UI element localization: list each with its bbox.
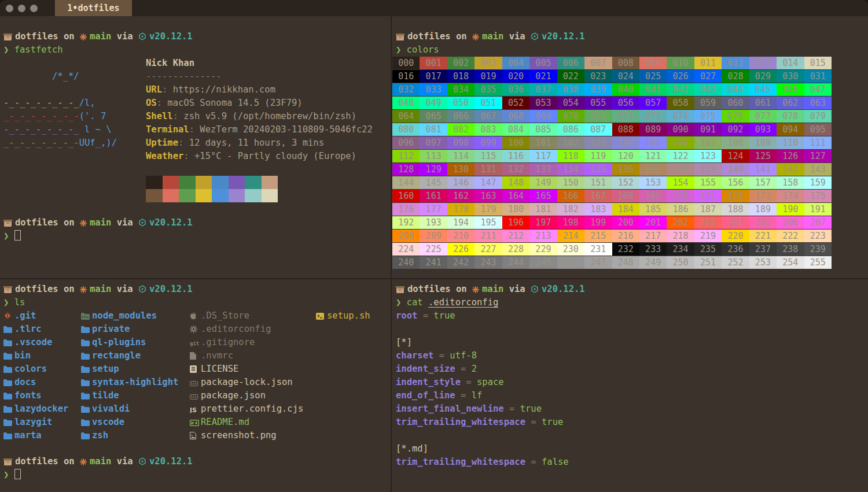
terminal-line: trim_trailing_whitespace = false bbox=[396, 456, 569, 469]
swatch-cell bbox=[212, 189, 229, 202]
color-cell: 172 bbox=[722, 190, 749, 202]
npm-icon bbox=[190, 377, 201, 390]
text-segment: v20.12.1 bbox=[542, 31, 585, 42]
color-cell: 072 bbox=[612, 110, 639, 123]
color-cell: 206 bbox=[777, 216, 804, 229]
text-segment: indent_style bbox=[396, 377, 461, 387]
text-segment: cat bbox=[407, 297, 428, 308]
color-cell: 010 bbox=[667, 57, 694, 69]
color-cell: 117 bbox=[529, 150, 557, 162]
color-cell: 200 bbox=[612, 216, 639, 229]
md-icon bbox=[190, 417, 201, 430]
file-item: .vscode bbox=[3, 336, 52, 349]
file-name: .tlrc bbox=[14, 324, 42, 334]
swatch-cell bbox=[163, 176, 179, 189]
terminal-content: dotfiles on main via v20.12.1❯ fastfetch… bbox=[0, 0, 868, 492]
color-cell: 154 bbox=[667, 176, 694, 189]
color-cell: 166 bbox=[557, 190, 584, 202]
script-icon bbox=[316, 310, 327, 324]
color-cell: 011 bbox=[694, 57, 722, 69]
color-cell: 121 bbox=[639, 150, 667, 162]
color-cell: 247 bbox=[584, 256, 612, 269]
file-item: README.md bbox=[190, 416, 249, 429]
node-icon bbox=[138, 217, 146, 231]
color-cell: 162 bbox=[447, 190, 475, 202]
color-cell: 066 bbox=[447, 110, 475, 123]
color-cell: 180 bbox=[502, 203, 529, 216]
color-cell: 049 bbox=[420, 97, 447, 109]
file-name: README.md bbox=[201, 417, 249, 427]
file-item: rectangle bbox=[81, 349, 141, 362]
color-cell: 056 bbox=[612, 97, 639, 109]
terminal-line: ❯ bbox=[3, 230, 21, 243]
npm-folder-icon bbox=[81, 310, 92, 324]
file-name: private bbox=[92, 324, 130, 334]
color-cell: 115 bbox=[475, 150, 502, 162]
color-cell: 143 bbox=[804, 163, 832, 176]
file-item: lazygit bbox=[3, 416, 52, 429]
color-cell: 137 bbox=[639, 163, 667, 176]
color-cell: 124 bbox=[722, 150, 749, 162]
text-segment: : bbox=[157, 98, 168, 108]
terminal-line: dotfiles on main via v20.12.1 bbox=[396, 283, 585, 296]
swatch-cell bbox=[163, 189, 179, 202]
color-cell: 202 bbox=[667, 216, 694, 229]
terminal-line: dotfiles on main via v20.12.1 bbox=[3, 283, 193, 296]
color-cell: 161 bbox=[420, 190, 447, 202]
color-cell: 235 bbox=[694, 243, 722, 256]
color-cell: 136 bbox=[612, 163, 639, 176]
file-item: setup bbox=[81, 362, 119, 376]
file-item: syntax-highlight bbox=[81, 376, 178, 389]
color-cell: 091 bbox=[694, 123, 722, 136]
color-cell: 213 bbox=[529, 230, 557, 242]
color-cell: 035 bbox=[475, 83, 502, 96]
color-cell: 023 bbox=[584, 70, 612, 83]
node-icon bbox=[531, 284, 539, 297]
color-cell: 026 bbox=[667, 70, 694, 83]
text-segment: on bbox=[58, 217, 80, 228]
color-cell: 145 bbox=[420, 176, 447, 189]
color-cell: 086 bbox=[557, 123, 584, 136]
color-cell: 119 bbox=[584, 150, 612, 162]
text-segment: [*] bbox=[396, 337, 412, 347]
terminal-line: URL: https://nikkhan.com bbox=[146, 83, 275, 97]
swatch-cell bbox=[212, 176, 229, 189]
color-cell: 199 bbox=[584, 216, 612, 229]
color-cell: 084 bbox=[502, 123, 529, 136]
color-cell: 198 bbox=[557, 216, 584, 229]
file-name: vscode bbox=[92, 417, 124, 427]
terminal-line: /*_*/ bbox=[3, 70, 79, 83]
npm-icon bbox=[190, 390, 201, 404]
text-segment: on bbox=[451, 284, 472, 294]
text-segment: ❯ bbox=[396, 45, 407, 55]
color-cell: 140 bbox=[722, 163, 749, 176]
color-cell: 033 bbox=[420, 83, 447, 96]
file-name: package-lock.json bbox=[201, 377, 293, 387]
color-cell: 225 bbox=[420, 243, 447, 256]
color-cell: 016 bbox=[392, 70, 420, 83]
color-cell: 032 bbox=[392, 83, 420, 96]
color-cell: 120 bbox=[612, 150, 639, 162]
file-name: ql-plugins bbox=[92, 337, 146, 347]
color-cell: 226 bbox=[447, 243, 475, 256]
color-cell: 218 bbox=[667, 230, 694, 242]
text-segment: Weather bbox=[146, 151, 183, 161]
color-cell: 165 bbox=[529, 190, 557, 202]
color-cell: 188 bbox=[722, 203, 749, 216]
color-cell: 238 bbox=[777, 243, 804, 256]
text-segment: macOS Sonoma 14.5 (23F79) bbox=[167, 98, 302, 108]
file-name: LICENSE bbox=[201, 364, 238, 374]
file-name: colors bbox=[14, 364, 47, 374]
color-cell: 094 bbox=[777, 123, 804, 136]
text-segment: = bbox=[433, 350, 450, 361]
folder-icon bbox=[81, 337, 92, 350]
color-cell: 003 bbox=[475, 57, 502, 69]
color-cell: 163 bbox=[475, 190, 502, 202]
terminal-line: _-_-_-_-_-_-_-('. 7 bbox=[3, 110, 106, 123]
text-segment: v20.12.1 bbox=[149, 456, 193, 467]
text-segment: ❯ bbox=[3, 45, 14, 55]
file-item: fonts bbox=[3, 389, 42, 402]
file-item: vivaldi bbox=[81, 402, 130, 416]
color-cell: 185 bbox=[639, 203, 667, 216]
text-segment: = bbox=[455, 390, 472, 401]
